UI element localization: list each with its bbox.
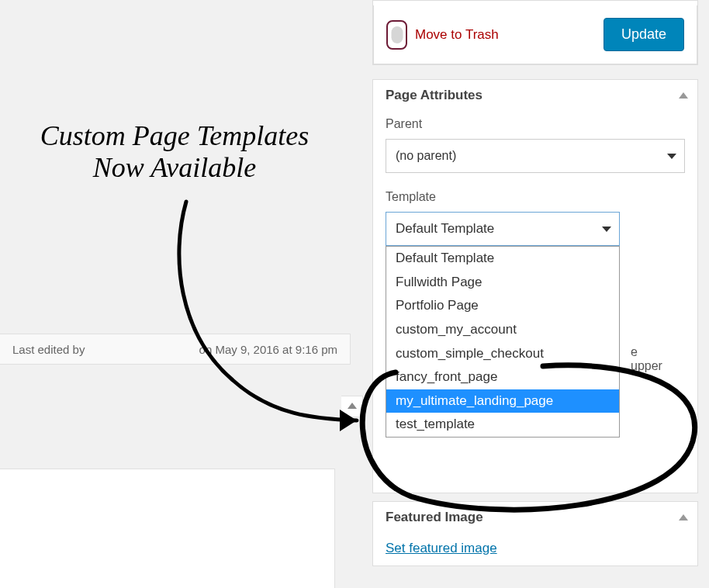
trash-link-label: Move to Trash [415,27,499,43]
template-dropdown[interactable]: Default TemplateFullwidth PagePortfolio … [386,246,620,438]
parent-select[interactable]: (no parent) [386,139,685,173]
template-option[interactable]: Portfolio Page [386,294,619,318]
template-option[interactable]: my_ultimate_landing_page [386,389,619,413]
template-option[interactable]: fancy_front_page [386,365,619,389]
trash-icon [386,20,407,50]
template-field-label: Template [386,190,685,204]
page-attributes-box: Page Attributes Parent (no parent) Templ… [372,79,698,493]
featured-image-title: Featured Image [386,510,483,525]
move-to-trash-link[interactable]: Move to Trash [386,20,499,50]
chevron-up-icon [679,92,688,99]
featured-image-box: Featured Image Set featured image [372,501,698,566]
template-select[interactable]: Default Template [386,212,620,246]
last-edited-bar: Last edited by on May 9, 2016 at 9:16 pm [0,334,351,365]
set-featured-image-link[interactable]: Set featured image [386,541,497,556]
template-option[interactable]: test_template [386,413,619,437]
peek-text: e upper [631,345,662,373]
template-select-value: Default Template [396,221,494,237]
featured-image-header[interactable]: Featured Image [373,502,697,533]
annotation-label: Custom Page Templates Now Available [0,120,349,185]
template-option[interactable]: custom_my_account [386,318,619,342]
chevron-down-icon [602,227,611,232]
template-option[interactable]: custom_simple_checkout [386,342,619,366]
parent-field-label: Parent [386,117,685,131]
template-option[interactable]: Default Template [386,247,619,271]
publish-box: Move to Trash Update [372,0,698,65]
chevron-up-icon [348,403,357,409]
last-edited-timestamp: on May 9, 2016 at 9:16 pm [199,343,337,356]
template-option[interactable]: Fullwidth Page [386,271,619,295]
chevron-up-icon [679,514,688,521]
parent-select-value: (no parent) [396,149,456,163]
panel-collapse-toggle[interactable] [341,396,363,417]
page-attributes-header[interactable]: Page Attributes [373,80,697,111]
empty-panel [0,469,335,588]
update-button[interactable]: Update [604,18,684,51]
page-attributes-title: Page Attributes [386,88,482,103]
chevron-down-icon [667,154,676,159]
last-edited-prefix: Last edited by [12,343,85,356]
